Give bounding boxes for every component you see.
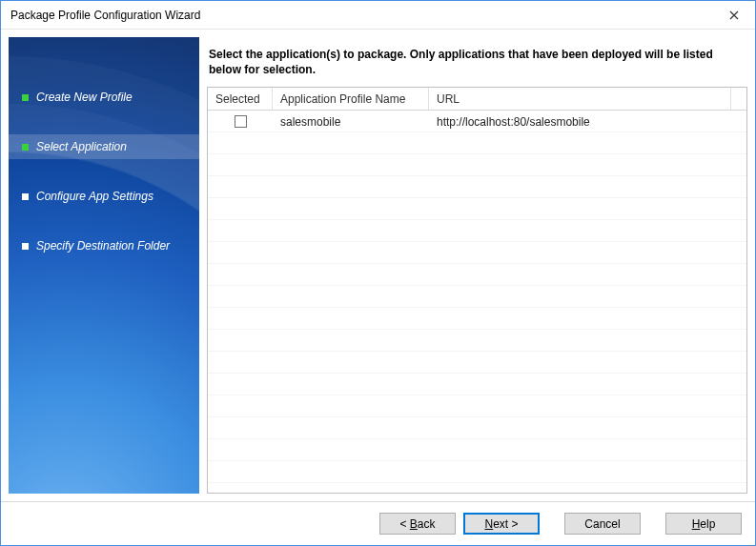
row-checkbox[interactable] [235, 115, 247, 128]
step-configure-app-settings[interactable]: Configure App Settings [9, 184, 199, 209]
step-specify-destination-folder[interactable]: Specify Destination Folder [9, 233, 199, 258]
column-header-name[interactable]: Application Profile Name [273, 88, 429, 110]
step-bullet-icon [22, 243, 29, 250]
wizard-window: Package Profile Configuration Wizard Cre… [0, 0, 756, 546]
step-select-application[interactable]: Select Application [9, 134, 199, 159]
step-bullet-icon [22, 94, 29, 101]
close-button[interactable] [712, 1, 755, 30]
wizard-steps-sidebar: Create New Profile Select Application Co… [9, 37, 199, 494]
back-button[interactable]: < Back [379, 513, 456, 535]
step-bullet-icon [22, 193, 29, 200]
help-button-rest: elp [700, 517, 715, 531]
step-create-new-profile[interactable]: Create New Profile [9, 85, 199, 110]
window-title: Package Profile Configuration Wizard [10, 9, 712, 22]
step-label: Create New Profile [36, 91, 133, 104]
step-label: Specify Destination Folder [36, 239, 170, 253]
cancel-button[interactable]: Cancel [564, 513, 641, 535]
titlebar: Package Profile Configuration Wizard [1, 1, 755, 30]
column-header-url[interactable]: URL [429, 88, 731, 110]
grid-body[interactable]: salesmobile http://localhost:80/salesmob… [208, 111, 746, 493]
cell-app-name: salesmobile [273, 115, 429, 129]
wizard-body: Create New Profile Select Application Co… [1, 30, 755, 501]
column-header-padding [731, 88, 746, 110]
help-button[interactable]: Help [665, 513, 742, 535]
page-instruction: Select the application(s) to package. On… [209, 47, 746, 77]
step-label: Select Application [36, 140, 127, 153]
grid-header: Selected Application Profile Name URL [208, 88, 746, 111]
back-button-rest: ack [418, 517, 436, 531]
step-bullet-icon [22, 144, 29, 151]
help-button-label: H [692, 517, 701, 531]
applications-grid: Selected Application Profile Name URL sa… [207, 87, 747, 494]
wizard-main: Select the application(s) to package. On… [207, 37, 747, 494]
next-button[interactable]: Next > [463, 513, 540, 535]
back-button-label: B [410, 517, 418, 531]
step-label: Configure App Settings [36, 190, 153, 203]
next-button-rest: ext > [493, 517, 518, 531]
cell-selected [208, 115, 273, 128]
wizard-footer: < Back Next > Cancel Help [1, 501, 755, 545]
column-header-selected[interactable]: Selected [208, 88, 273, 110]
cell-app-url: http://localhost:80/salesmobile [429, 115, 731, 129]
table-row[interactable]: salesmobile http://localhost:80/salesmob… [208, 111, 746, 132]
close-icon [729, 10, 739, 20]
next-button-u: N [484, 517, 493, 531]
